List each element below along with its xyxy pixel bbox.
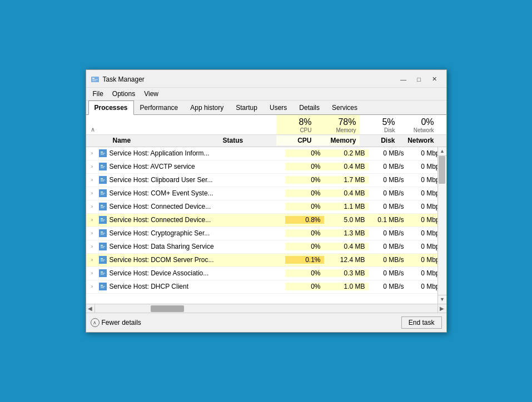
process-name: Service Host: Connected Device... [110, 216, 230, 224]
menu-view[interactable]: View [140, 89, 163, 99]
tab-services[interactable]: Services [326, 100, 364, 115]
table-row[interactable]: › Service Host: DCOM Server Proc... 0.1%… [86, 254, 446, 267]
network-pct: 0% [399, 117, 434, 127]
col-header-status[interactable]: Status [221, 135, 276, 145]
service-icon [99, 189, 107, 197]
process-memory: 1.0 MB [324, 283, 369, 290]
close-button[interactable]: ✕ [427, 74, 442, 85]
svg-rect-33 [101, 245, 103, 246]
h-scroll-track[interactable] [95, 304, 437, 313]
process-cpu: 0% [285, 243, 324, 250]
process-icon [98, 269, 107, 278]
process-name: Service Host: Data Sharing Service [110, 243, 230, 250]
tab-details[interactable]: Details [293, 100, 326, 115]
tab-performance[interactable]: Performance [134, 100, 185, 115]
svg-rect-7 [101, 154, 104, 155]
h-scroll-thumb[interactable] [151, 305, 184, 312]
process-rows-container: › Service Host: Application Inform... 0%… [86, 147, 446, 294]
process-cpu: 0% [285, 269, 324, 277]
disk-usage-cell: 5% Disk [360, 115, 399, 134]
process-memory: 1.1 MB [324, 203, 369, 210]
minimize-button[interactable]: — [396, 74, 411, 85]
svg-rect-47 [101, 288, 104, 288]
expand-icon[interactable]: › [88, 176, 96, 184]
sort-up-icon: ∧ [91, 126, 95, 133]
table-row[interactable]: › Service Host: Clipboard User Ser... 0%… [86, 174, 446, 187]
svg-rect-6 [101, 153, 105, 154]
svg-rect-22 [101, 207, 105, 207]
menu-file[interactable]: File [88, 89, 108, 99]
service-icon [99, 256, 107, 264]
tab-app-history[interactable]: App history [184, 100, 230, 115]
expand-icon[interactable]: › [88, 203, 96, 210]
tab-startup[interactable]: Startup [230, 100, 263, 115]
service-icon [99, 283, 107, 290]
col-header-disk[interactable]: Disk [360, 135, 399, 145]
scroll-track[interactable] [438, 156, 446, 295]
network-label: Network [399, 127, 434, 133]
svg-rect-29 [101, 232, 103, 233]
expand-icon[interactable]: › [88, 163, 96, 170]
table-row[interactable]: › Service Host: Device Associatio... 0% … [86, 267, 446, 280]
col-header-network[interactable]: Network [399, 135, 437, 145]
col-header-memory[interactable]: Memory [315, 135, 360, 145]
table-row[interactable]: › Service Host: Application Inform... 0%… [86, 147, 446, 160]
process-icon [98, 282, 107, 291]
process-cpu: 0% [285, 149, 324, 157]
process-cpu: 0% [285, 189, 324, 197]
svg-rect-23 [101, 208, 104, 208]
col-header-cpu[interactable]: CPU [276, 135, 315, 145]
col-header-name[interactable]: Name [108, 135, 221, 145]
process-name: Service Host: Device Associatio... [110, 269, 230, 277]
svg-rect-27 [101, 221, 104, 222]
table-row[interactable]: › Service Host: DHCP Client 0% 1.0 MB 0 … [86, 280, 446, 294]
fewer-details-button[interactable]: ∧ Fewer details [91, 318, 141, 327]
expand-icon[interactable]: › [88, 216, 96, 224]
process-memory: 0.3 MB [324, 269, 369, 277]
expand-icon[interactable]: › [88, 269, 96, 277]
window-controls: — □ ✕ [396, 74, 442, 85]
maximize-button[interactable]: □ [412, 74, 426, 85]
tab-processes[interactable]: Processes [88, 100, 134, 115]
tab-users[interactable]: Users [263, 100, 293, 115]
memory-pct: 78% [315, 117, 356, 127]
svg-rect-43 [101, 274, 104, 275]
process-cpu: 0% [285, 283, 324, 290]
expand-icon[interactable]: › [88, 229, 96, 237]
table-row[interactable]: › Service Host: Connected Device... 0.8%… [86, 214, 446, 227]
process-memory: 1.3 MB [324, 229, 369, 237]
process-name: Service Host: Clipboard User Ser... [110, 176, 230, 184]
scroll-thumb[interactable] [439, 156, 445, 184]
h-scroll-left-btn[interactable]: ◀ [86, 304, 95, 313]
service-icon [99, 163, 107, 170]
expand-icon[interactable]: › [88, 149, 96, 157]
table-row[interactable]: › Service Host: Connected Device... 0% 1… [86, 200, 446, 214]
expand-icon[interactable]: › [88, 283, 96, 290]
process-icon [98, 162, 107, 171]
process-icon [98, 175, 107, 184]
end-task-button[interactable]: End task [401, 316, 442, 329]
window-title: Task Manager [103, 76, 396, 83]
svg-rect-18 [101, 193, 105, 194]
h-scroll-right-btn[interactable]: ▶ [437, 304, 446, 313]
svg-rect-30 [101, 233, 105, 234]
process-disk: 0 MB/s [369, 283, 407, 290]
expand-icon[interactable]: › [88, 189, 96, 197]
svg-rect-25 [101, 218, 103, 219]
expand-icon[interactable]: › [88, 256, 96, 264]
table-row[interactable]: › Service Host: COM+ Event Syste... 0% 0… [86, 187, 446, 200]
process-disk: 0 MB/s [369, 203, 407, 210]
cpu-usage-cell: 8% CPU [276, 115, 315, 134]
cpu-label: CPU [276, 127, 312, 133]
table-row[interactable]: › Service Host: Cryptographic Ser... 0% … [86, 227, 446, 240]
scroll-down-btn[interactable]: ▼ [438, 295, 446, 304]
table-row[interactable]: › Service Host: Data Sharing Service 0% … [86, 240, 446, 254]
vertical-scrollbar[interactable]: ▲ ▼ [437, 147, 446, 304]
menu-options[interactable]: Options [108, 89, 140, 99]
svg-rect-37 [101, 258, 103, 259]
expand-icon[interactable]: › [88, 243, 96, 250]
scroll-up-btn[interactable]: ▲ [438, 147, 446, 156]
app-icon [91, 75, 100, 84]
svg-rect-5 [101, 152, 103, 153]
table-row[interactable]: › Service Host: AVCTP service 0% 0.4 MB … [86, 160, 446, 174]
